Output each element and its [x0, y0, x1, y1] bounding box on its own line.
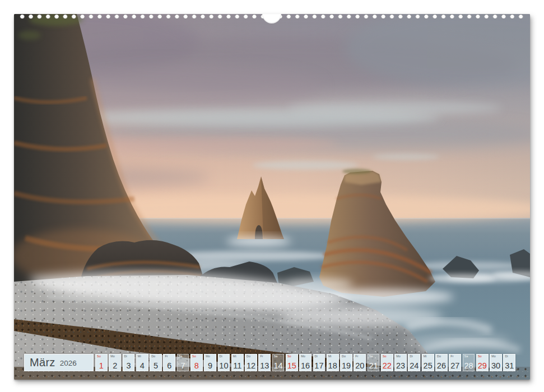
weekday-label: Mo	[396, 355, 401, 358]
day-number: 8	[191, 362, 202, 370]
weekday-label: Sa	[179, 355, 183, 358]
day-cell: Mi11	[231, 354, 244, 371]
day-number: 6	[164, 362, 175, 370]
day-cell: Di24	[408, 354, 420, 371]
day-cell: Fr13	[258, 354, 271, 371]
weekday-label: Di	[315, 355, 318, 358]
day-cell: Sa14	[272, 354, 285, 371]
day-number: 15	[286, 362, 297, 370]
day-number: 14	[273, 362, 284, 370]
day-number: 9	[204, 362, 216, 370]
weekday-label: Do	[437, 355, 441, 358]
day-number: 21	[368, 362, 379, 370]
day-cell: Di3	[123, 354, 135, 371]
day-cell: Di17	[313, 354, 326, 371]
day-number: 16	[300, 362, 311, 370]
day-number: 13	[259, 362, 270, 370]
day-number: 24	[408, 362, 420, 370]
day-cell: Sa21	[368, 354, 380, 371]
weekday-label: Sa	[274, 355, 278, 358]
weekday-label: Mi	[138, 355, 141, 358]
weekday-label: Mo	[491, 355, 496, 358]
weekday-label: So	[383, 355, 387, 358]
day-number: 17	[314, 362, 325, 370]
day-number: 26	[436, 362, 447, 370]
month-box: März 2026	[24, 354, 94, 371]
day-cell: Do19	[340, 354, 352, 371]
day-cell: So29	[476, 354, 489, 371]
weekday-label: Di	[505, 355, 508, 358]
weekday-label: Di	[410, 355, 412, 358]
weekday-label: Fr	[355, 355, 358, 358]
calendar-product-image: März 2026 So1 Mo2 Di3 Mi4 Do5 Fr6 Sa7 So…	[0, 0, 544, 392]
day-number: 30	[490, 362, 501, 370]
day-number: 23	[395, 362, 406, 370]
weekday-label: Mi	[328, 355, 332, 358]
day-cell: Mi18	[327, 354, 339, 371]
day-cell: Do5	[150, 354, 162, 371]
day-cell: Sa28	[463, 354, 475, 371]
day-cell: So22	[381, 354, 393, 371]
day-number: 29	[477, 362, 488, 370]
day-cell: So8	[190, 354, 203, 371]
day-cell: Mi25	[422, 354, 434, 371]
weekday-label: So	[192, 355, 196, 358]
day-cell: Fr20	[354, 354, 366, 371]
weekday-label: So	[97, 355, 101, 358]
calendar-bar: März 2026 So1 Mo2 Di3 Mi4 Do5 Fr6 Sa7 So…	[24, 354, 515, 371]
weekday-label: Di	[220, 355, 222, 358]
day-number: 7	[178, 362, 189, 370]
day-cells: So1 Mo2 Di3 Mi4 Do5 Fr6 Sa7 So8 Mo9 Di10…	[95, 354, 515, 371]
day-number: 27	[449, 362, 461, 370]
weekday-label: Sa	[369, 355, 373, 358]
day-number: 3	[123, 362, 134, 370]
day-number: 1	[96, 362, 107, 370]
day-number: 18	[327, 362, 338, 370]
day-cell: Mo30	[490, 354, 502, 371]
weekday-label: Fr	[450, 355, 453, 358]
shore-foam	[14, 14, 530, 380]
day-cell: Mo2	[109, 354, 121, 371]
day-number: 19	[341, 362, 352, 370]
day-number: 2	[109, 362, 120, 370]
weekday-label: Mo	[110, 355, 115, 358]
day-number: 4	[137, 362, 148, 370]
day-number: 11	[232, 362, 243, 370]
day-cell: Mo23	[394, 354, 407, 371]
day-number: 20	[354, 362, 365, 370]
weekday-label: Mo	[301, 355, 305, 358]
day-number: 28	[463, 362, 475, 370]
day-cell: Fr27	[449, 354, 461, 371]
weekday-label: Mo	[206, 355, 210, 358]
weekday-label: Sa	[464, 355, 468, 358]
weekday-label: Fr	[165, 355, 168, 358]
day-number: 25	[422, 362, 434, 370]
day-cell: Di10	[218, 354, 230, 371]
day-cell: So1	[95, 354, 108, 371]
weekday-label: Mi	[424, 355, 427, 358]
day-cell: So15	[286, 354, 298, 371]
day-number: 10	[218, 362, 230, 370]
weekday-label: Do	[151, 355, 155, 358]
day-number: 12	[245, 362, 257, 370]
weekday-label: Do	[342, 355, 346, 358]
day-cell: Fr6	[163, 354, 175, 371]
day-cell: Di31	[503, 354, 515, 371]
day-number: 22	[382, 362, 393, 370]
day-number: 5	[150, 362, 161, 370]
weekday-label: Fr	[260, 355, 263, 358]
day-cell: Do12	[245, 354, 257, 371]
weekday-label: So	[287, 355, 291, 358]
day-cell: Sa7	[177, 354, 189, 371]
year-label: 2026	[60, 358, 77, 367]
weekday-label: Do	[247, 355, 250, 358]
month-label: März	[30, 356, 55, 369]
weekday-label: Mi	[233, 355, 236, 358]
day-cell: Mo16	[299, 354, 311, 371]
weekday-label: Di	[124, 355, 127, 358]
day-cell: Do26	[435, 354, 448, 371]
calendar-page: März 2026 So1 Mo2 Di3 Mi4 Do5 Fr6 Sa7 So…	[14, 14, 530, 380]
day-cell: Mo9	[204, 354, 216, 371]
day-number: 31	[504, 362, 515, 370]
day-cell: Mi4	[136, 354, 148, 371]
